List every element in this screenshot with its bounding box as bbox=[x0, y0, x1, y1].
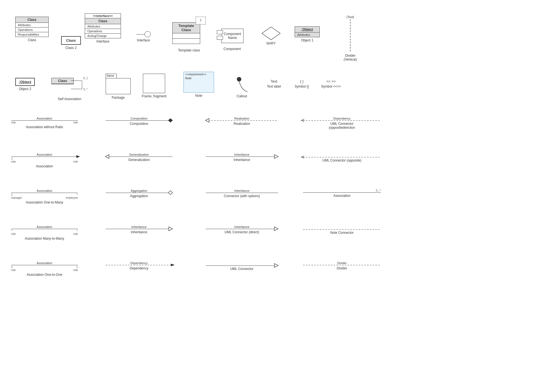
association-item: Association 1 * role role Association bbox=[11, 153, 78, 168]
component-main-box[interactable]: ComponentName bbox=[221, 29, 244, 43]
connector-options-line bbox=[206, 193, 278, 193]
inheritance-top-label: Inheritance bbox=[206, 153, 278, 156]
realization-item: Realization Realization bbox=[206, 117, 278, 126]
interface-lollipop-item: Interface bbox=[136, 31, 151, 42]
object1-label: Object 1 bbox=[301, 38, 314, 42]
template-section1 bbox=[173, 33, 200, 38]
object1-attr: Attributes bbox=[295, 33, 319, 37]
assoc-right-mult: 0...* bbox=[303, 189, 381, 192]
note-connector-line bbox=[303, 229, 381, 230]
assoc-many-many-line bbox=[11, 229, 78, 229]
interface-act: Acting/Charge bbox=[85, 34, 121, 38]
assoc-one-many-mult-right: * bbox=[77, 193, 78, 196]
svg-marker-14 bbox=[274, 264, 278, 267]
uml-direct-label: UML Connector (direct) bbox=[225, 230, 259, 234]
assoc-many-many-label: Association Many-to-Many bbox=[25, 237, 64, 240]
composition-label: Composition bbox=[130, 122, 148, 126]
callout-label: Callout bbox=[237, 94, 247, 98]
aggregation-top-label: Aggregation bbox=[106, 189, 172, 192]
inheritance: Inheritance bbox=[206, 153, 278, 157]
uml-opp-label: UML Connector (opposite) bbox=[322, 158, 361, 162]
association-role-right: role bbox=[73, 160, 78, 163]
nary-label: NARY bbox=[266, 41, 275, 45]
divider-h-text: Divider bbox=[303, 261, 381, 265]
inheritance2: Inheritance bbox=[106, 225, 172, 229]
symbol-braces-text: { } bbox=[300, 79, 304, 83]
note-label: Note bbox=[195, 94, 202, 98]
text-label-label: Text label bbox=[267, 85, 281, 88]
composition-item: Composition Composition bbox=[106, 117, 172, 126]
svg-point-4 bbox=[237, 77, 241, 81]
object2-box[interactable]: :Object bbox=[15, 78, 35, 86]
frame-wrapper[interactable] bbox=[143, 74, 165, 93]
assoc-one-one-mults: 1 1 bbox=[11, 266, 78, 269]
note-wrapper[interactable]: <<requirement>> Note bbox=[183, 72, 214, 93]
object1-name: :Object bbox=[295, 27, 319, 33]
aggregation-item: Aggregation Aggregation bbox=[106, 189, 172, 198]
assoc-one-many-label: Association One-to-Many bbox=[26, 200, 63, 204]
generalization-label: Generalization bbox=[128, 158, 150, 162]
assoc-one-many-mult-left: 1 bbox=[11, 193, 13, 196]
uml-opp-dir-arrow-left bbox=[301, 119, 305, 122]
assoc-many-many-role-right: role bbox=[73, 232, 78, 235]
template-class-label: Template class bbox=[178, 48, 200, 52]
class1-name: Class bbox=[16, 17, 48, 23]
aggregation-label: Aggregation bbox=[130, 194, 148, 198]
interface-box-item: <<interface>> Class Attributes Operation… bbox=[85, 13, 121, 43]
generalization-top-label: Generalization bbox=[106, 153, 172, 156]
uml-connector-item: UML Connector bbox=[206, 261, 278, 271]
component-item: ComponentName Component bbox=[217, 26, 247, 51]
class1-box[interactable]: Class Attributes Operations Responsibili… bbox=[15, 17, 49, 37]
class2-box[interactable]: Class bbox=[61, 36, 81, 45]
aggregation: Aggregation bbox=[106, 189, 172, 193]
object1-box[interactable]: :Object Attributes bbox=[295, 26, 320, 37]
package-wrapper[interactable]: Name bbox=[106, 74, 131, 95]
interface-box[interactable]: <<interface>> Class Attributes Operation… bbox=[85, 13, 121, 38]
uml-connector-label: UML Connector bbox=[230, 267, 254, 271]
note-item: <<requirement>> Note Note bbox=[183, 72, 214, 98]
generalization: Generalization bbox=[106, 153, 172, 157]
assoc-one-many-item: Association 1 * manager employee Associa… bbox=[11, 189, 78, 204]
connector-options-item: Inheritance Connector (with options) bbox=[206, 189, 278, 198]
assoc-one-one-item: Association 1 1 role role Association On… bbox=[11, 261, 78, 277]
assoc-one-many: Association 1 * manager employee bbox=[11, 189, 78, 199]
aggregation-diamond bbox=[168, 190, 173, 195]
symbol-guillemets-text: << >> bbox=[326, 79, 336, 83]
generalization-arrow bbox=[105, 154, 110, 159]
svg-marker-5 bbox=[168, 118, 173, 122]
interface-attr: Attributes bbox=[85, 24, 121, 29]
object2-name: :Object bbox=[19, 80, 31, 84]
assoc-one-one-top-label: Association bbox=[11, 261, 78, 265]
dependency: Dependency bbox=[106, 261, 172, 265]
svg-marker-12 bbox=[274, 227, 278, 231]
nary-item: NARY bbox=[261, 26, 281, 45]
composition: Composition bbox=[106, 117, 172, 121]
svg-marker-7 bbox=[76, 155, 80, 158]
assoc-no-ratio-item: Association role role Association withou… bbox=[11, 117, 78, 129]
package-tab-text: Name bbox=[107, 74, 114, 77]
component-label: Component bbox=[224, 47, 241, 51]
dependency-label: Dependency bbox=[130, 266, 148, 270]
symbol-guillemets-label: Symbol <<>> bbox=[321, 85, 341, 88]
uml-opp bbox=[303, 153, 381, 157]
uml-opp-dir-label: UML Connector (oppositedirection bbox=[317, 122, 367, 130]
assoc-many-many-role-left: role bbox=[11, 232, 16, 235]
assoc-many-many-mult-left: * bbox=[11, 229, 12, 232]
inheritance-item: Inheritance Inheritance bbox=[206, 153, 278, 162]
assoc-no-ratio-role-right: role bbox=[73, 121, 78, 124]
assoc-right-line bbox=[303, 192, 381, 193]
self-assoc-wrapper: Class 0..1 0..* bbox=[51, 74, 88, 96]
realization: Realization bbox=[206, 117, 278, 121]
dependency-top-label: Dependency bbox=[106, 261, 172, 265]
template-main-box[interactable]: TemplateClass bbox=[172, 22, 200, 44]
assoc-one-many-role-left: manager bbox=[11, 196, 22, 199]
uml-connector-line bbox=[206, 266, 278, 266]
template-class-wrapper: TemplateClass T bbox=[172, 17, 206, 47]
svg-marker-8 bbox=[105, 155, 109, 158]
divider-v-line bbox=[350, 19, 351, 53]
svg-marker-10 bbox=[168, 191, 173, 195]
uml-opp-dir-line bbox=[303, 120, 381, 121]
association-mult-left: 1 bbox=[11, 157, 13, 160]
connector-options-top-label: Inheritance bbox=[206, 189, 278, 192]
assoc-one-one-label: Association One-to-One bbox=[27, 273, 62, 277]
